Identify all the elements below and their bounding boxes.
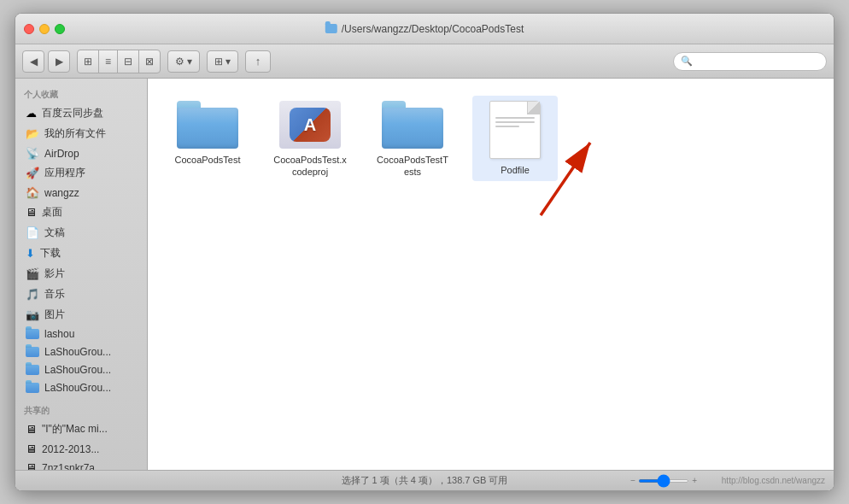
watermark-text: http://blog.csdn.net/wangzz bbox=[722, 476, 825, 485]
cocoapodstest-folder-icon bbox=[177, 101, 238, 149]
sidebar-label-wangzz: wangzz bbox=[44, 187, 79, 199]
toolbar: ◀ ▶ ⊞ ≡ ⊟ ⊠ ⚙ ▾ ⊞ ▾ bbox=[15, 44, 834, 79]
cocoapodstest-label: CocoaPodsTest bbox=[174, 154, 240, 166]
network3-icon: 🖥 bbox=[26, 461, 37, 470]
sidebar-label-lashougroup1: LaShouGrou... bbox=[44, 346, 111, 358]
search-input[interactable] bbox=[696, 56, 819, 67]
sidebar-item-share2[interactable]: 🖥 2012-2013... bbox=[19, 440, 143, 458]
xcodeproj-icon: A bbox=[279, 101, 341, 149]
sidebar-item-all-files[interactable]: 📂 我的所有文件 bbox=[19, 124, 143, 144]
sidebar-item-music[interactable]: 🎵 音乐 bbox=[19, 284, 143, 304]
sidebar-item-movies[interactable]: 🎬 影片 bbox=[19, 264, 143, 284]
sidebar-label-all-files: 我的所有文件 bbox=[44, 126, 106, 141]
sidebar-item-lashougroup1[interactable]: LaShouGrou... bbox=[19, 343, 143, 360]
sidebar-label-downloads: 下载 bbox=[40, 246, 61, 261]
sidebar-item-documents[interactable]: 📄 文稿 bbox=[19, 223, 143, 243]
sidebar-label-apps: 应用程序 bbox=[44, 166, 85, 180]
statusbar: 选择了 1 项（共 4 项），138.7 GB 可用 http://blog.c… bbox=[15, 470, 834, 490]
share-icon: ↑ bbox=[255, 55, 261, 67]
sidebar-label-music: 音乐 bbox=[44, 287, 65, 302]
documents-icon: 📄 bbox=[26, 226, 39, 239]
music-icon: 🎵 bbox=[26, 288, 39, 301]
sidebar-item-downloads[interactable]: ⬇ 下载 bbox=[19, 243, 143, 263]
baidu-icon: ☁ bbox=[26, 107, 37, 120]
arrange-button[interactable]: ⊞ ▾ bbox=[207, 50, 238, 73]
file-grid: CocoaPodsTest A CocoaPodsTest.xcodeproj bbox=[165, 96, 817, 184]
tests-label: CocoaPodsTestTests bbox=[375, 154, 450, 179]
size-slider[interactable] bbox=[638, 479, 689, 483]
view-columns-button[interactable]: ⊟ bbox=[118, 50, 139, 73]
sidebar-item-baidu[interactable]: ☁ 百度云同步盘 bbox=[19, 103, 143, 123]
podfile-icon bbox=[489, 101, 541, 159]
sidebar-label-baidu: 百度云同步盘 bbox=[42, 106, 103, 120]
back-button[interactable]: ◀ bbox=[22, 50, 44, 73]
view-list-button[interactable]: ≡ bbox=[99, 50, 118, 73]
file-item-tests[interactable]: CocoaPodsTestTests bbox=[370, 96, 455, 184]
sidebar-label-documents: 文稿 bbox=[44, 226, 65, 240]
sidebar-item-apps[interactable]: 🚀 应用程序 bbox=[19, 163, 143, 183]
nav-buttons: ◀ ▶ bbox=[22, 50, 70, 73]
window-title: /Users/wangzz/Desktop/CocoaPodsTest bbox=[325, 23, 524, 35]
finder-window: /Users/wangzz/Desktop/CocoaPodsTest ◀ ▶ … bbox=[15, 13, 834, 491]
airdrop-icon: 📡 bbox=[26, 147, 39, 160]
lashou-folder-icon bbox=[26, 329, 39, 339]
title-folder-icon bbox=[325, 24, 337, 33]
search-icon: 🔍 bbox=[681, 56, 693, 67]
sidebar-label-lashougroup3: LaShouGrou... bbox=[44, 382, 111, 394]
sidebar-item-lashou[interactable]: lashou bbox=[19, 325, 143, 343]
forward-button[interactable]: ▶ bbox=[48, 50, 70, 73]
sidebar-item-lashougroup2[interactable]: LaShouGrou... bbox=[19, 361, 143, 378]
zoom-out-icon[interactable]: − bbox=[630, 476, 635, 485]
zoom-controls: − + bbox=[630, 476, 697, 485]
title-text: /Users/wangzz/Desktop/CocoaPodsTest bbox=[342, 23, 524, 35]
all-files-icon: 📂 bbox=[26, 127, 39, 140]
sidebar-item-wangzz[interactable]: 🏠 wangzz bbox=[19, 184, 143, 202]
sidebar-label-lashougroup2: LaShouGrou... bbox=[44, 364, 111, 376]
view-columns-icon: ⊟ bbox=[124, 56, 132, 67]
file-item-cocoapodstest[interactable]: CocoaPodsTest bbox=[165, 96, 250, 171]
network1-icon: 🖥 bbox=[26, 423, 37, 436]
lashougroup2-folder-icon bbox=[26, 365, 39, 375]
share-button[interactable]: ↑ bbox=[245, 50, 271, 73]
sidebar-label-mac1: "I"的"Mac mi... bbox=[42, 422, 108, 437]
view-cover-icon: ⊠ bbox=[145, 56, 154, 67]
gear-menu-button[interactable]: ⚙ ▾ bbox=[167, 50, 200, 73]
apps-icon: 🚀 bbox=[26, 167, 39, 179]
network2-icon: 🖥 bbox=[26, 442, 37, 455]
sidebar-item-airdrop[interactable]: 📡 AirDrop bbox=[19, 144, 143, 162]
sidebar-label-lashou: lashou bbox=[44, 328, 74, 340]
view-icon-button[interactable]: ⊞ bbox=[78, 50, 99, 73]
sidebar-item-mac1[interactable]: 🖥 "I"的"Mac mi... bbox=[19, 419, 143, 439]
line3 bbox=[495, 126, 519, 127]
xcodeproj-label: CocoaPodsTest.xcodeproj bbox=[272, 154, 348, 179]
podfile-icon-wrapper bbox=[489, 101, 541, 159]
sidebar: 个人收藏 ☁ 百度云同步盘 📂 我的所有文件 📡 AirDrop 🚀 应用程序 bbox=[15, 79, 148, 470]
xcode-letter: A bbox=[304, 115, 316, 135]
sidebar-item-pictures[interactable]: 📷 图片 bbox=[19, 305, 143, 325]
lashougroup3-folder-icon bbox=[26, 383, 39, 393]
search-box[interactable]: 🔍 bbox=[673, 52, 827, 71]
line2 bbox=[495, 121, 535, 123]
back-icon: ◀ bbox=[30, 56, 38, 67]
sidebar-label-airdrop: AirDrop bbox=[44, 148, 79, 160]
content-area: CocoaPodsTest A CocoaPodsTest.xcodeproj bbox=[148, 79, 834, 470]
close-button[interactable] bbox=[24, 24, 34, 34]
minimize-button[interactable] bbox=[39, 24, 50, 34]
desktop-icon: 🖥 bbox=[26, 206, 37, 219]
view-buttons: ⊞ ≡ ⊟ ⊠ bbox=[77, 50, 161, 73]
forward-icon: ▶ bbox=[56, 56, 63, 67]
folder-body bbox=[177, 108, 238, 149]
file-item-podfile[interactable]: Podfile bbox=[472, 96, 558, 181]
tests-folder-icon bbox=[382, 101, 443, 149]
sidebar-item-lashougroup3[interactable]: LaShouGrou... bbox=[19, 379, 143, 396]
zoom-in-icon[interactable]: + bbox=[692, 476, 697, 485]
view-cover-button[interactable]: ⊠ bbox=[139, 50, 160, 73]
file-item-xcodeproj[interactable]: A CocoaPodsTest.xcodeproj bbox=[267, 96, 353, 184]
downloads-icon: ⬇ bbox=[26, 247, 35, 260]
maximize-button[interactable] bbox=[55, 24, 65, 34]
sidebar-item-share3[interactable]: 🖥 7nz1snkr7a... bbox=[19, 459, 143, 470]
lashougroup1-folder-icon bbox=[26, 347, 39, 357]
view-grid-icon: ⊞ bbox=[84, 56, 92, 67]
gear-icon: ⚙ bbox=[175, 56, 184, 67]
sidebar-item-desktop[interactable]: 🖥 桌面 bbox=[19, 202, 143, 222]
